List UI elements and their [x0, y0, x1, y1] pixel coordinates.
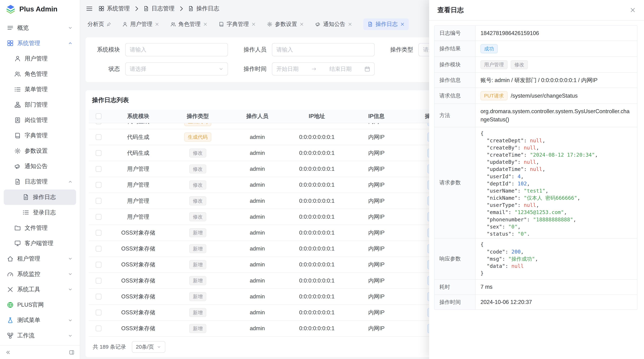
- tab-item[interactable]: 参数设置: [267, 20, 304, 28]
- filter-input[interactable]: [130, 46, 224, 53]
- tab-item[interactable]: 通知公告: [315, 20, 352, 28]
- cell-ip: 0:0:0:0:0:0:0:1: [299, 246, 334, 252]
- tab-item[interactable]: 用户管理: [122, 20, 160, 28]
- hamburger-button[interactable]: [86, 5, 93, 12]
- cell-ip-info: 内网IP: [368, 213, 384, 221]
- filter-input[interactable]: [276, 46, 370, 53]
- home-icon: [7, 256, 14, 262]
- sidebar-item[interactable]: 岗位管理: [4, 112, 76, 128]
- filter-text-input[interactable]: [125, 43, 228, 56]
- cell-operator: admin: [250, 278, 265, 284]
- tab-item[interactable]: 字典管理: [218, 20, 256, 28]
- sidebar-item[interactable]: 测试菜单: [4, 313, 76, 328]
- row-checkbox[interactable]: [96, 230, 102, 236]
- sidebar-item[interactable]: 客户端管理: [4, 236, 76, 251]
- drawer-title: 查看日志: [438, 6, 464, 14]
- cell-operator: admin: [250, 261, 265, 268]
- breadcrumb-item[interactable]: 操作日志: [188, 5, 219, 12]
- breadcrumb-item[interactable]: 日志管理: [143, 5, 174, 12]
- row-checkbox[interactable]: [96, 150, 102, 156]
- filter-select[interactable]: 请选择: [125, 62, 228, 75]
- cell-ip: 0:0:0:0:0:0:0:1: [299, 150, 334, 156]
- sidebar-item[interactable]: 工作流: [4, 328, 76, 343]
- megaphone-icon: [315, 21, 321, 27]
- chevron-down-icon: [68, 318, 73, 323]
- cell-ip: 0:0:0:0:0:0:0:1: [299, 230, 334, 236]
- sidebar-item[interactable]: 用户管理: [4, 51, 76, 66]
- cell-ip: 0:0:0:0:0:0:0:1: [299, 182, 334, 188]
- sidebar-item[interactable]: 字典管理: [4, 128, 76, 143]
- sidebar-item[interactable]: 系统监控: [4, 266, 76, 282]
- row-checkbox[interactable]: [96, 326, 102, 331]
- sidebar-item[interactable]: 概览: [4, 20, 76, 35]
- close-icon[interactable]: [400, 22, 405, 26]
- sidebar-item[interactable]: 租户管理: [4, 251, 76, 266]
- sidebar-item-label: 通知公告: [25, 162, 73, 170]
- date-range-picker[interactable]: 开始日期结束日期: [272, 62, 374, 75]
- cell-ip: 0:0:0:0:0:0:0:1: [299, 123, 334, 125]
- breadcrumb-item[interactable]: 系统管理: [98, 5, 130, 12]
- users-icon: [170, 21, 176, 27]
- cell-module: OSS对象存储: [121, 293, 155, 300]
- row-checkbox[interactable]: [96, 246, 102, 252]
- drawer-close-button[interactable]: [630, 7, 636, 13]
- close-icon[interactable]: [348, 22, 352, 26]
- detail-label: 耗时: [434, 280, 476, 295]
- tag-info: 新增: [189, 244, 206, 253]
- cell-module: 代码生成: [127, 133, 149, 141]
- tab-item[interactable]: 操作日志: [363, 18, 409, 30]
- arrow-right-icon: [311, 66, 317, 72]
- chevron-up-icon: [68, 179, 73, 184]
- layout-board-button[interactable]: [69, 350, 74, 355]
- close-icon[interactable]: [251, 22, 256, 26]
- page-size-select[interactable]: 20条/页: [132, 341, 166, 353]
- sidebar-item[interactable]: 通知公告: [4, 159, 76, 174]
- row-checkbox[interactable]: [96, 310, 102, 315]
- row-checkbox[interactable]: [96, 262, 102, 268]
- sidebar-item[interactable]: 角色管理: [4, 66, 76, 82]
- row-checkbox[interactable]: [96, 198, 102, 204]
- close-icon[interactable]: [203, 22, 208, 26]
- cell-operator: admin: [250, 293, 265, 300]
- row-checkbox[interactable]: [96, 278, 102, 284]
- tab-item[interactable]: 分析页: [88, 20, 111, 28]
- request-params-code-block[interactable]: { "createDept": null, "createBy": null, …: [480, 130, 636, 236]
- detail-label: 方法: [434, 104, 476, 127]
- list-icon: [22, 209, 29, 216]
- filter-field: 系统模块: [92, 43, 228, 56]
- sidebar-item[interactable]: 操作日志: [4, 190, 76, 205]
- tab-item[interactable]: 角色管理: [170, 20, 208, 28]
- sidebar-item[interactable]: 日志管理: [4, 174, 76, 189]
- row-checkbox[interactable]: [96, 166, 102, 172]
- pin-icon[interactable]: [106, 22, 111, 26]
- sidebar-item-label: 日志管理: [25, 178, 64, 186]
- row-checkbox[interactable]: [96, 134, 102, 140]
- filter-field: 操作人员: [239, 43, 374, 56]
- sidebar-item[interactable]: 参数设置: [4, 143, 76, 159]
- detail-value: 成功: [476, 41, 637, 56]
- sidebar-item[interactable]: 登录日志: [4, 205, 76, 220]
- tools-icon: [7, 286, 14, 293]
- row-checkbox[interactable]: [96, 214, 102, 220]
- row-checkbox[interactable]: [96, 182, 102, 188]
- sidebar-item[interactable]: PLUS官网: [4, 297, 76, 313]
- cell-ip-info: 内网IP: [368, 123, 384, 125]
- row-checkbox[interactable]: [96, 294, 102, 300]
- tab-label: 字典管理: [227, 20, 249, 28]
- sidebar-item[interactable]: 菜单管理: [4, 82, 76, 97]
- filter-text-input[interactable]: [272, 43, 374, 56]
- row-checkbox[interactable]: [96, 123, 102, 124]
- close-icon[interactable]: [300, 22, 304, 26]
- sidebar-item[interactable]: 系统工具: [4, 282, 76, 297]
- globe-icon: [7, 302, 14, 308]
- cell-ip: 0:0:0:0:0:0:0:1: [299, 293, 334, 300]
- sidebar-item[interactable]: 文件管理: [4, 220, 76, 236]
- chevron-down-icon: [157, 345, 161, 349]
- close-icon[interactable]: [155, 22, 159, 26]
- megaphone-icon: [14, 163, 21, 170]
- cell-module: OSS对象存储: [121, 245, 155, 252]
- sidebar-item[interactable]: 部门管理: [4, 97, 76, 112]
- sidebar-item[interactable]: 系统管理: [4, 35, 76, 51]
- collapse-sidebar-button[interactable]: [5, 350, 11, 355]
- select-all-checkbox[interactable]: [96, 113, 102, 119]
